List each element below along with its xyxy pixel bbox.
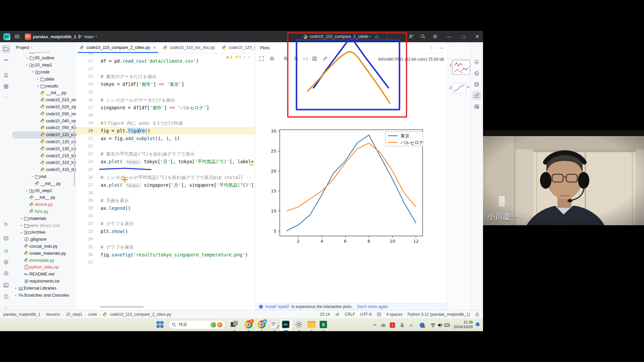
code-with-me-icon[interactable]: [406, 31, 416, 42]
chevron-expanded-icon[interactable]: ▾: [25, 52, 29, 53]
plot-thumbnail-1[interactable]: [451, 59, 470, 75]
fit-zoom-icon[interactable]: [258, 55, 265, 62]
zoom-ratio-label[interactable]: 1:1: [303, 55, 308, 62]
notification-bell-icon[interactable]: [474, 321, 481, 328]
version-control-tool-icon[interactable]: [2, 304, 10, 310]
plots-tool-tool-icon[interactable]: [472, 91, 481, 100]
intention-bulb-icon[interactable]: [103, 121, 108, 125]
app-indicator-icon[interactable]: [419, 322, 425, 328]
plot-thumbnail-2[interactable]: ✕: [451, 82, 467, 94]
onedrive-cloud-icon[interactable]: [380, 322, 387, 328]
chevron-expanded-icon[interactable]: ▾: [25, 64, 29, 67]
chevron-collapsed-icon[interactable]: ▸: [19, 217, 24, 220]
volume-icon[interactable]: [437, 322, 443, 328]
minimize-button[interactable]: —: [444, 31, 454, 42]
structure-tool-icon[interactable]: [2, 82, 10, 91]
chevron-up-icon[interactable]: [371, 322, 378, 328]
tree-item[interactable]: func.py: [12, 208, 76, 215]
tree-item[interactable]: .gitignore: [12, 236, 76, 243]
tree-item[interactable]: ▸20_step2: [12, 187, 76, 194]
tree-item[interactable]: code10_030_online.p: [12, 110, 76, 117]
close-tab-icon[interactable]: ✕: [153, 45, 156, 50]
tree-item[interactable]: ▸Scratches and Consoles: [12, 292, 76, 299]
chevron-collapsed-icon[interactable]: ▸: [36, 84, 40, 87]
run-tool-icon[interactable]: [2, 220, 10, 229]
zoom-out-icon[interactable]: [292, 55, 300, 62]
maximize-button[interactable]: ▢: [458, 31, 468, 42]
ai-assistant-tool-icon[interactable]: [472, 69, 481, 78]
calendar-badge-icon[interactable]: 1: [389, 322, 396, 328]
taskbar-app-excel[interactable]: X: [318, 319, 328, 329]
tree-item[interactable]: ▸data: [12, 75, 76, 82]
python-interpreter[interactable]: Python 3.12 (pandas_matplotlib_1): [408, 312, 470, 317]
pixel-grid-icon[interactable]: [268, 55, 276, 62]
taskbar-clock[interactable]: 11:36 2024/10/26: [453, 320, 473, 329]
chevron-collapsed-icon[interactable]: ▸: [31, 175, 35, 178]
breadcrumb-item[interactable]: 10_step1: [66, 312, 82, 317]
code-area[interactable]: 1011df = pd.read_csv('data/climate.csv')…: [76, 53, 255, 310]
taskbar-app-desktop[interactable]: [229, 319, 239, 329]
close-thumbnail-icon[interactable]: ✕: [467, 85, 470, 89]
chevron-collapsed-icon[interactable]: ▸: [25, 189, 29, 192]
tree-item[interactable]: device.py: [12, 201, 76, 208]
services-tool-icon[interactable]: [2, 258, 10, 266]
bookmarks-tool-icon[interactable]: [2, 71, 10, 80]
run-configuration[interactable]: code10_110_compare_2_cities ▾: [303, 31, 371, 42]
tree-item[interactable]: MREADME.md: [12, 271, 76, 278]
tree-item[interactable]: create_materials.py: [12, 250, 76, 257]
project-tool-icon[interactable]: [2, 44, 10, 53]
taskbar-app-notepad[interactable]: [269, 319, 279, 329]
tab-code10_310_loc_iloc.py[interactable]: code10_310_loc_iloc.py: [160, 42, 218, 53]
tree-item[interactable]: ▸venvlibrary root: [12, 222, 76, 229]
chevron-collapsed-icon[interactable]: ▸: [19, 224, 24, 227]
chevron-expanded-icon[interactable]: ▾: [31, 70, 35, 73]
dont-show-again-link[interactable]: Don't show again: [357, 304, 388, 309]
breadcrumb-item[interactable]: code10_110_compare_2_cities.py: [110, 312, 171, 317]
tree-item[interactable]: ▸zArchive: [12, 229, 76, 236]
install-mpld3-link[interactable]: Install 'mpld3': [265, 304, 289, 309]
column-selection-icon[interactable]: [377, 312, 381, 317]
tree-item[interactable]: code10_010_overview: [12, 97, 76, 104]
tree-item[interactable]: python_data.zip: [12, 264, 76, 271]
chevron-collapsed-icon[interactable]: ▸: [14, 287, 18, 290]
search-everywhere-icon[interactable]: [418, 31, 428, 42]
wifi-icon[interactable]: [430, 322, 436, 328]
tree-item[interactable]: immutable.py: [12, 257, 76, 264]
taskbar-app-explorer[interactable]: [307, 319, 317, 329]
tree-item[interactable]: ▸md: [12, 173, 76, 180]
ime-indicator[interactable]: A: [408, 322, 415, 328]
zoom-in-icon[interactable]: [282, 55, 289, 62]
commit-tool-icon[interactable]: [2, 56, 10, 64]
tree-item[interactable]: ▾code: [12, 68, 76, 75]
notifications-tool-icon[interactable]: [472, 58, 481, 66]
line-separator[interactable]: CRLF: [345, 312, 355, 317]
dependencies-tool-icon[interactable]: [472, 102, 481, 111]
hide-panel-icon[interactable]: —: [439, 45, 443, 50]
tree-item[interactable]: code10_020_zip.py: [12, 103, 76, 110]
indent-setting[interactable]: 4 spaces: [386, 312, 402, 317]
editor-hscrollbar[interactable]: [100, 306, 144, 308]
more-icon[interactable]: ⋮: [429, 45, 434, 50]
chevron-collapsed-icon[interactable]: ▸: [19, 231, 24, 234]
project-panel-header[interactable]: Project ▾: [16, 45, 33, 50]
editor[interactable]: code10_110_compare_2_cities.py✕code10_31…: [76, 42, 255, 310]
tab-code10_120_compa[interactable]: code10_120_compa: [218, 42, 255, 53]
tree-item[interactable]: code10_310_loc_iloc.: [12, 159, 76, 166]
start-button[interactable]: [155, 319, 165, 329]
chevron-collapsed-icon[interactable]: ▸: [14, 294, 18, 297]
tree-item[interactable]: ▸results: [12, 82, 76, 89]
settings-icon[interactable]: [430, 31, 440, 42]
caret-position[interactable]: 20:14: [320, 312, 330, 317]
breadcrumb-item[interactable]: code: [88, 312, 97, 317]
meetings-tool-icon[interactable]: [2, 269, 10, 278]
microphone-icon[interactable]: [398, 322, 405, 328]
main-menu-icon[interactable]: [14, 31, 20, 42]
edit-externally-icon[interactable]: [321, 55, 329, 62]
tree-item[interactable]: code10_410_dict_anc: [12, 166, 76, 173]
taskbar-app-pycharm[interactable]: PC: [281, 319, 291, 329]
tree-item[interactable]: ▾10_step1: [12, 62, 76, 69]
problems-tool-icon[interactable]: [2, 292, 10, 301]
tab-code10_110_compare_2_cities.py[interactable]: code10_110_compare_2_cities.py✕: [76, 42, 160, 53]
tree-item[interactable]: ▸External Libraries: [12, 285, 76, 292]
close-button[interactable]: ✕: [472, 31, 482, 42]
